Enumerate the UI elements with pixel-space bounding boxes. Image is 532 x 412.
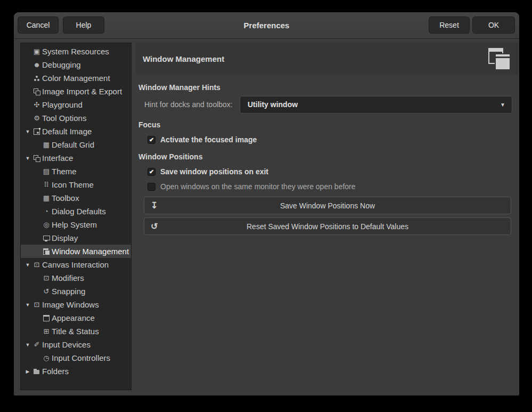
sidebar-item-label: Image Windows	[42, 300, 99, 309]
sidebar-item-icon-theme[interactable]: ⠿ Icon Theme	[21, 178, 131, 191]
debugging-icon: ☻	[32, 61, 41, 69]
system-resources-icon: ▣	[32, 48, 41, 55]
sidebar-item-label: Snapping	[52, 287, 85, 296]
window-management-icon	[43, 248, 50, 255]
expander-icon[interactable]: ▼	[23, 302, 32, 308]
save-positions-on-exit-checkbox[interactable]: ✔	[148, 168, 155, 176]
canvas-interaction-icon: ⊡	[32, 261, 41, 269]
headerbar: Preferences Cancel Help Reset OK	[14, 12, 519, 39]
sidebar-item-canvas-interaction[interactable]: ▼ ⊡ Canvas Interaction	[21, 258, 131, 271]
activate-focused-image-label: Activate the focused image	[160, 135, 257, 144]
activate-focused-image-checkbox[interactable]: ✔	[148, 136, 155, 144]
save-window-positions-now-button[interactable]: ↧ Save Window Positions Now	[144, 197, 511, 214]
save-icon: ↧	[151, 197, 158, 214]
dialog-defaults-icon: ◔	[42, 208, 51, 215]
sidebar-item-label: Playground	[42, 100, 83, 109]
help-button[interactable]: Help	[63, 17, 104, 34]
sidebar-item-help-system[interactable]: ◎ Help System	[21, 218, 131, 231]
save-window-positions-now-label: Save Window Positions Now	[280, 201, 375, 210]
same-monitor-row[interactable]: Open windows on the same monitor they we…	[148, 181, 356, 192]
sidebar-item-label: Tool Options	[42, 114, 86, 123]
sidebar-item-label: Title & Status	[52, 327, 99, 336]
preferences-dialog: Preferences Cancel Help Reset OK ▣ Syste…	[14, 12, 519, 395]
sidebar-item-color-management[interactable]: Color Management	[21, 71, 131, 85]
section-window-positions: Window Positions	[138, 152, 202, 161]
sidebar-item-label: System Resources	[42, 47, 109, 56]
section-window-manager-hints: Window Manager Hints	[138, 83, 220, 92]
sidebar-list: ▣ System Resources ☻ Debugging Color Man…	[20, 43, 132, 390]
title-status-icon: ⊞	[42, 328, 51, 335]
reset-saved-window-positions-button[interactable]: ↺ Reset Saved Window Positions to Defaul…	[144, 217, 511, 235]
expander-icon[interactable]: ▶	[23, 369, 32, 374]
toolbox-icon: ▦	[42, 195, 51, 202]
image-windows-icon: ⊡	[32, 301, 41, 309]
page-title: Window Management	[143, 43, 224, 75]
sidebar-item-label: Icon Theme	[52, 180, 94, 189]
reset-icon: ↺	[151, 218, 158, 235]
same-monitor-checkbox[interactable]	[148, 183, 155, 191]
sidebar-item-toolbox[interactable]: ▦ Toolbox	[21, 191, 131, 205]
help-system-icon: ◎	[42, 221, 51, 229]
sidebar-item-theme[interactable]: ▤ Theme	[21, 165, 131, 178]
sidebar-item-label: Canvas Interaction	[42, 260, 109, 269]
sidebar-item-default-image[interactable]: ▼ Default Image	[21, 125, 131, 138]
sidebar-item-label: Default Image	[42, 127, 92, 136]
sidebar-item-image-windows[interactable]: ▼ ⊡ Image Windows	[21, 298, 131, 311]
sidebar-item-label: Interface	[42, 154, 73, 163]
window-management-large-icon	[487, 48, 511, 69]
input-controllers-icon: ◷	[42, 354, 51, 362]
activate-focused-image-row[interactable]: ✔ Activate the focused image	[148, 134, 257, 145]
icon-theme-icon: ⠿	[42, 181, 51, 189]
sidebar-item-label: Theme	[52, 167, 77, 176]
hint-dropdown[interactable]: Utility window ▼	[240, 96, 512, 114]
sidebar-item-playground[interactable]: ✣ Playground	[21, 98, 131, 111]
appearance-icon	[43, 315, 50, 321]
sidebar-item-window-management[interactable]: Window Management	[21, 245, 131, 258]
sidebar-item-modifiers[interactable]: ⊡ Modifiers	[21, 271, 131, 285]
ok-button[interactable]: OK	[472, 17, 515, 34]
image-import-export-icon	[34, 88, 40, 95]
sidebar-item-tool-options[interactable]: ⚙ Tool Options	[21, 111, 131, 125]
expander-icon[interactable]: ▼	[23, 342, 32, 348]
sidebar-item-system-resources[interactable]: ▣ System Resources	[21, 45, 131, 58]
snapping-icon: ↺	[42, 288, 51, 295]
cancel-button[interactable]: Cancel	[18, 17, 59, 34]
sidebar-item-debugging[interactable]: ☻ Debugging	[21, 58, 131, 71]
sidebar-item-label: Input Devices	[42, 340, 91, 349]
expander-icon[interactable]: ▼	[23, 262, 32, 268]
sidebar-item-image-import-export[interactable]: Image Import & Export	[21, 85, 131, 98]
sidebar-item-input-devices[interactable]: ▼ ✐ Input Devices	[21, 338, 131, 351]
expander-icon[interactable]: ▼	[23, 156, 32, 161]
sidebar-item-label: Window Management	[52, 247, 129, 256]
sidebar-item-display[interactable]: Display	[21, 231, 131, 245]
tool-options-icon: ⚙	[32, 115, 41, 122]
sidebar-item-label: Color Management	[42, 74, 110, 83]
sidebar-item-label: Toolbox	[52, 193, 79, 203]
folders-icon	[34, 368, 40, 375]
default-grid-icon: ▦	[42, 141, 51, 149]
sidebar-item-label: Help System	[52, 220, 97, 229]
reset-button[interactable]: Reset	[429, 17, 470, 34]
input-devices-icon: ✐	[32, 341, 41, 349]
color-management-icon	[34, 75, 40, 82]
sidebar-item-label: Default Grid	[52, 140, 94, 149]
sidebar-item-label: Debugging	[42, 60, 81, 69]
sidebar-item-appearance[interactable]: Appearance	[21, 311, 131, 325]
sidebar-item-interface[interactable]: ▼ Interface	[21, 151, 131, 165]
sidebar-item-input-controllers[interactable]: ◷ Input Controllers	[21, 351, 131, 365]
sidebar-item-label: Folders	[42, 367, 69, 376]
main-panel: Window Management Window Manager Hints H…	[136, 43, 518, 392]
sidebar-item-title-status[interactable]: ⊞ Title & Status	[21, 325, 131, 338]
sidebar-item-label: Appearance	[52, 313, 95, 322]
interface-icon	[34, 155, 40, 161]
sidebar-item-snapping[interactable]: ↺ Snapping	[21, 285, 131, 298]
sidebar-item-dialog-defaults[interactable]: ◔ Dialog Defaults	[21, 205, 131, 218]
sidebar-item-label: Input Controllers	[52, 353, 110, 362]
sidebar-item-folders[interactable]: ▶ Folders	[21, 365, 131, 378]
sidebar-item-label: Display	[52, 233, 78, 243]
expander-icon[interactable]: ▼	[23, 129, 32, 134]
panel-title-strip: Window Management	[136, 43, 518, 75]
sidebar-item-label: Modifiers	[52, 273, 84, 282]
sidebar-item-default-grid[interactable]: ▦ Default Grid	[21, 138, 131, 151]
save-positions-on-exit-row[interactable]: ✔ Save window positions on exit	[148, 166, 268, 177]
